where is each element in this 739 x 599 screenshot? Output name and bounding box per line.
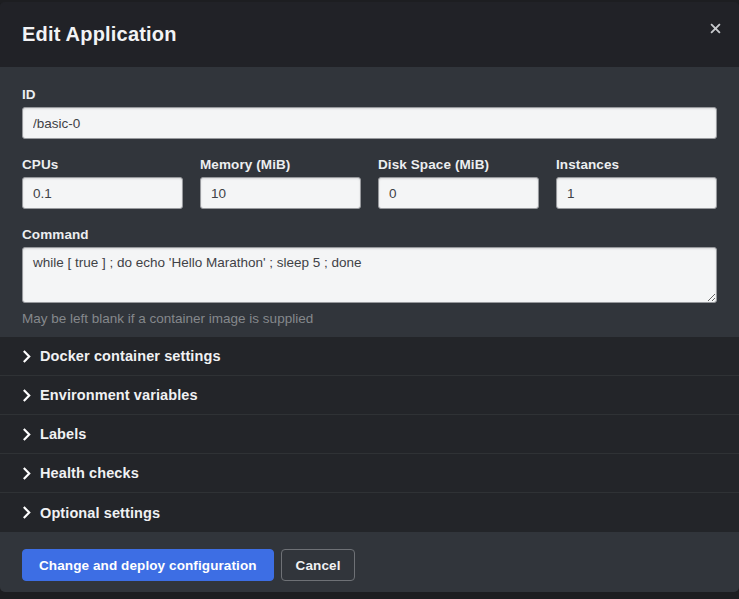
- close-x-glyph: [710, 23, 721, 34]
- instances-input[interactable]: [556, 177, 717, 209]
- modal-body: ID CPUs Memory (MiB) Disk Space (MiB) In…: [0, 67, 739, 337]
- chevron-right-icon: [22, 506, 31, 519]
- resources-row: CPUs Memory (MiB) Disk Space (MiB) Insta…: [22, 157, 717, 209]
- id-input[interactable]: [22, 107, 717, 139]
- disk-field-group: Disk Space (MiB): [378, 157, 539, 209]
- cpus-label: CPUs: [22, 157, 183, 172]
- modal-header: Edit Application: [0, 2, 739, 67]
- memory-label: Memory (MiB): [200, 157, 361, 172]
- section-label: Labels: [40, 426, 87, 442]
- id-field-group: ID: [22, 87, 717, 139]
- section-optional-settings[interactable]: Optional settings: [0, 493, 739, 532]
- section-label: Docker container settings: [40, 348, 221, 364]
- memory-input[interactable]: [200, 177, 361, 209]
- chevron-right-icon: [22, 467, 31, 480]
- edit-application-modal: Edit Application ID CPUs Memory (MiB) Di…: [0, 2, 739, 592]
- modal-footer: Change and deploy configuration Cancel: [0, 532, 739, 592]
- section-labels[interactable]: Labels: [0, 415, 739, 454]
- chevron-right-icon: [22, 389, 31, 402]
- modal-title: Edit Application: [22, 23, 177, 46]
- command-label: Command: [22, 227, 717, 242]
- chevron-right-icon: [22, 350, 31, 363]
- instances-field-group: Instances: [556, 157, 717, 209]
- cpus-field-group: CPUs: [22, 157, 183, 209]
- chevron-right-icon: [22, 428, 31, 441]
- section-docker-container-settings[interactable]: Docker container settings: [0, 337, 739, 376]
- close-icon[interactable]: [706, 19, 724, 37]
- change-and-deploy-button[interactable]: Change and deploy configuration: [22, 549, 274, 581]
- command-field-group: Command while [ true ] ; do echo 'Hello …: [22, 227, 717, 326]
- cpus-input[interactable]: [22, 177, 183, 209]
- accordion-sections: Docker container settings Environment va…: [0, 337, 739, 532]
- id-label: ID: [22, 87, 717, 102]
- instances-label: Instances: [556, 157, 717, 172]
- disk-label: Disk Space (MiB): [378, 157, 539, 172]
- cancel-button[interactable]: Cancel: [281, 549, 356, 581]
- section-environment-variables[interactable]: Environment variables: [0, 376, 739, 415]
- memory-field-group: Memory (MiB): [200, 157, 361, 209]
- command-help-text: May be left blank if a container image i…: [22, 311, 717, 326]
- disk-input[interactable]: [378, 177, 539, 209]
- section-label: Health checks: [40, 465, 139, 481]
- section-label: Environment variables: [40, 387, 198, 403]
- section-health-checks[interactable]: Health checks: [0, 454, 739, 493]
- section-label: Optional settings: [40, 505, 160, 521]
- command-textarea[interactable]: while [ true ] ; do echo 'Hello Marathon…: [22, 247, 717, 303]
